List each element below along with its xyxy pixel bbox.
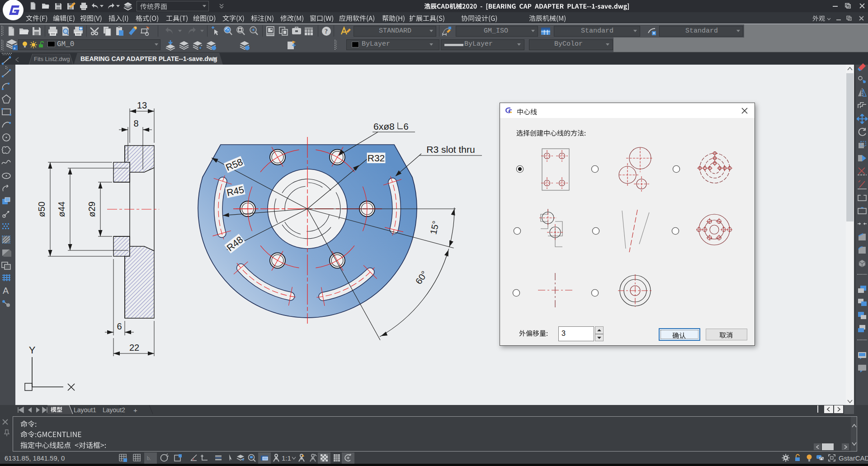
svg-text:A: A bbox=[3, 286, 9, 296]
svg-text:6: 6 bbox=[403, 122, 408, 132]
svg-text:ø50: ø50 bbox=[37, 202, 47, 217]
svg-text:R32: R32 bbox=[368, 153, 385, 163]
svg-text:60°: 60° bbox=[414, 269, 429, 286]
svg-text:13: 13 bbox=[137, 100, 147, 110]
svg-text:ø29: ø29 bbox=[87, 202, 97, 217]
svg-text:6: 6 bbox=[117, 321, 122, 331]
svg-text:15°: 15° bbox=[428, 220, 441, 235]
svg-text:Y: Y bbox=[29, 344, 36, 356]
svg-text:R3 slot thru: R3 slot thru bbox=[426, 144, 475, 155]
svg-text:6xø8: 6xø8 bbox=[373, 121, 395, 132]
svg-text:ø44: ø44 bbox=[57, 202, 66, 217]
svg-text:b.: b. bbox=[147, 455, 151, 461]
svg-text:?: ? bbox=[325, 28, 328, 35]
svg-text:a: a bbox=[14, 46, 15, 50]
svg-text:8: 8 bbox=[133, 118, 138, 128]
svg-text:22: 22 bbox=[129, 343, 139, 353]
